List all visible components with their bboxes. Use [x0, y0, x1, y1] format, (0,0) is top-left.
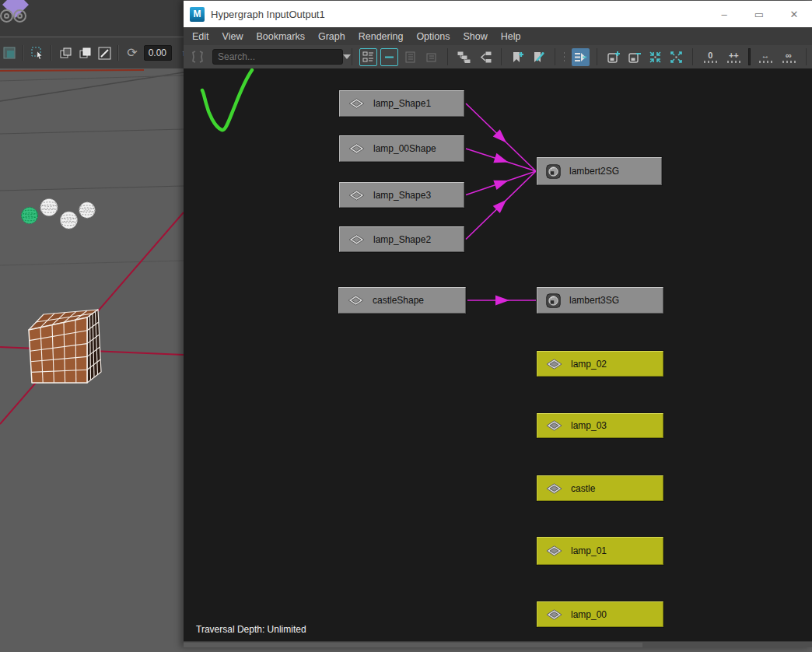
shading-group-icon [546, 293, 561, 308]
sphere-white [79, 202, 95, 218]
menu-item-edit[interactable]: Edit [192, 31, 209, 42]
viewport-scene [0, 68, 184, 652]
compact-view-icon[interactable] [422, 48, 440, 66]
traversal-depth-unlimited-button[interactable]: ∞ [779, 48, 798, 66]
separator [555, 48, 555, 65]
separator [806, 48, 807, 65]
window-title: Hypergraph InputOutput1 [211, 9, 325, 20]
node-castle[interactable]: castle [537, 475, 663, 501]
separator [51, 45, 52, 61]
frame-selection-icon[interactable] [188, 48, 206, 66]
node-castleShape[interactable]: castleShape [338, 287, 466, 314]
ring-icon [13, 9, 26, 23]
node-label: castleShape [373, 295, 424, 306]
close-button[interactable]: ✕ [787, 9, 801, 20]
freeform-layout-toggle[interactable] [359, 48, 377, 66]
hierarchy-layout-icon[interactable] [455, 48, 473, 66]
menu-item-view[interactable]: View [222, 31, 243, 42]
mesh-diamond-icon [348, 190, 365, 201]
connections-layer [184, 68, 810, 641]
node-lamp_03[interactable]: lamp_03 [537, 413, 663, 438]
list-view-icon[interactable] [401, 48, 419, 66]
node-lamp_Shape3[interactable]: lamp_Shape3 [339, 182, 464, 208]
title-bar[interactable]: M Hypergraph InputOutput1 – ▭ ✕ [184, 1, 812, 27]
mesh-diamond-icon [348, 234, 365, 245]
menu-item-graph[interactable]: Graph [318, 31, 345, 42]
separator [117, 45, 119, 61]
menu-item-bookmarks[interactable]: Bookmarks [256, 31, 305, 42]
mesh-diamond-icon [546, 483, 562, 494]
traversal-depth-span-button[interactable]: ↔ [756, 48, 775, 66]
menu-item-rendering[interactable]: Rendering [359, 31, 404, 42]
viewport-3d[interactable] [0, 68, 184, 652]
add-to-graph-icon[interactable] [604, 48, 622, 66]
graph-canvas[interactable]: Traversal Depth: Unlimited lamp_Shape1la… [184, 68, 812, 641]
node-label: lambert2SG [569, 166, 619, 177]
toolbar: 0 ++ ↔ ∞ [184, 45, 812, 68]
maximize-button[interactable]: ▭ [752, 9, 766, 20]
chevron-down-icon[interactable] [343, 54, 351, 59]
separator [501, 48, 502, 65]
bookmark-add-icon[interactable] [509, 48, 527, 66]
copy-objects-icon[interactable] [58, 45, 73, 61]
dependency-layout-icon[interactable] [476, 48, 494, 66]
node-lamp_Shape1[interactable]: lamp_Shape1 [339, 90, 464, 117]
node-label: castle [571, 483, 595, 494]
minimize-button[interactable]: – [717, 9, 731, 20]
maya-app-icon: M [190, 7, 205, 22]
menu-item-show[interactable]: Show [463, 31, 487, 42]
menu-item-help[interactable]: Help [501, 31, 521, 42]
mesh-diamond-icon [546, 609, 562, 620]
node-label: lamp_02 [571, 359, 607, 370]
node-label: lambert3SG [569, 295, 619, 306]
collapse-selection-icon[interactable] [646, 48, 664, 66]
remove-from-graph-icon[interactable] [625, 48, 643, 66]
bookmark-edit-icon[interactable] [530, 48, 548, 66]
sphere-green [22, 208, 38, 224]
curve-red [0, 70, 144, 71]
refresh-icon[interactable]: ⟳ [124, 45, 140, 61]
mesh-diamond-icon [348, 295, 364, 306]
separator [352, 48, 352, 65]
paste-objects-icon[interactable] [77, 45, 93, 61]
ring-icon [0, 9, 13, 23]
input-output-connections-button[interactable] [572, 48, 590, 66]
collapse-view-toggle[interactable] [380, 48, 398, 66]
menu-item-options[interactable]: Options [416, 31, 450, 42]
traversal-depth-step-button[interactable]: ++ [724, 48, 743, 66]
maya-status-line: ⟳ 0.00 ◑ 1.0 [0, 37, 184, 68]
color-swatch[interactable] [748, 48, 751, 65]
node-lamp_01[interactable]: lamp_01 [537, 537, 663, 565]
mesh-diamond-icon [546, 359, 562, 370]
horizontal-scrollbar[interactable] [184, 641, 812, 647]
node-label: lamp_00Shape [373, 143, 436, 154]
pen-icon[interactable] [96, 45, 112, 61]
search-box[interactable] [212, 49, 343, 65]
traversal-depth-zero-button[interactable]: 0 [701, 48, 719, 66]
separator [692, 48, 693, 65]
node-label: lamp_Shape3 [373, 190, 431, 201]
node-lamp_00[interactable]: lamp_00 [537, 601, 663, 627]
node-lamp_Shape2[interactable]: lamp_Shape2 [339, 226, 464, 252]
search-input[interactable] [213, 51, 343, 62]
mesh-diamond-icon [348, 98, 365, 109]
connection-lines [466, 103, 536, 306]
node-label: lamp_01 [571, 545, 607, 556]
coordinate-field[interactable]: 0.00 [144, 45, 172, 61]
node-lamp_00Shape[interactable]: lamp_00Shape [339, 135, 464, 162]
shading-group-icon [546, 164, 561, 179]
separator [447, 48, 448, 65]
separator [597, 48, 597, 65]
highlight-mode-icon[interactable] [2, 45, 17, 61]
traversal-depth-status: Traversal Depth: Unlimited [196, 624, 306, 635]
mesh-diamond-icon [348, 143, 365, 154]
node-lambert2SG[interactable]: lambert2SG [537, 157, 662, 185]
mesh-diamond-icon [546, 545, 562, 556]
scrollbar-thumb[interactable] [184, 643, 642, 647]
select-tool-icon[interactable] [30, 45, 45, 61]
annotation-stroke [202, 70, 252, 130]
node-label: lamp_03 [571, 420, 607, 431]
expand-selection-icon[interactable] [667, 48, 685, 66]
node-lamp_02[interactable]: lamp_02 [537, 351, 663, 377]
node-lambert3SG[interactable]: lambert3SG [537, 287, 663, 314]
